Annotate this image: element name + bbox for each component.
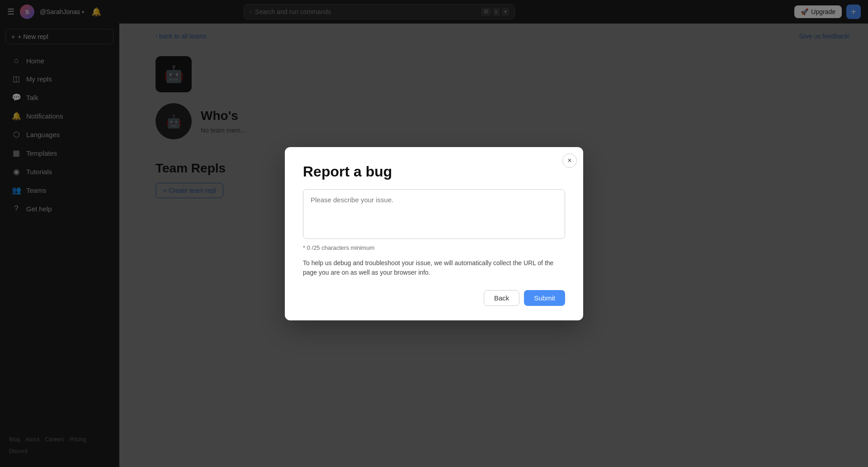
submit-button[interactable]: Submit — [524, 290, 565, 306]
bug-description-input[interactable] — [303, 189, 565, 239]
modal-info-text: To help us debug and troubleshoot your i… — [303, 258, 565, 277]
char-current: 0 — [307, 244, 310, 251]
char-count: * 0 /25 characters minimum — [303, 244, 565, 251]
modal-title: Report a bug — [303, 163, 565, 180]
char-suffix: characters minimum — [320, 244, 375, 251]
modal-actions: Back Submit — [303, 290, 565, 306]
modal-close-button[interactable]: × — [562, 153, 577, 168]
char-count-prefix: * — [303, 244, 307, 251]
back-button[interactable]: Back — [484, 290, 519, 306]
report-bug-modal: × Report a bug * 0 /25 characters minimu… — [285, 147, 583, 320]
char-min: 25 — [313, 244, 320, 251]
modal-backdrop: × Report a bug * 0 /25 characters minimu… — [0, 0, 868, 467]
